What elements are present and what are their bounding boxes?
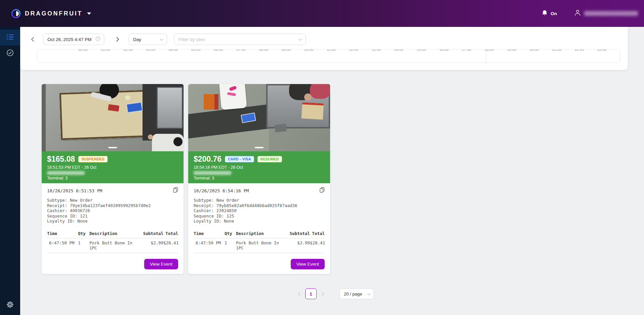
cell-total: $28.41 [310, 240, 325, 250]
clock-icon [95, 36, 100, 43]
timeline-label: 19:00 [507, 49, 516, 52]
timeline-label: 01:00 [101, 49, 110, 52]
user-icon[interactable] [574, 9, 581, 17]
transaction-banner: $165.08 SUSPENDED 18:51:53 PM EDT - 26 O… [42, 151, 184, 183]
chevron-down-icon[interactable] [87, 12, 91, 15]
cell-qty: 1 [225, 240, 236, 250]
detail-cashier: Cashier: 40036726 [47, 208, 178, 213]
payment-badge: CARD - VISA [225, 156, 254, 162]
cell-total: $28.41 [163, 240, 178, 250]
chevron-down-icon [298, 36, 302, 42]
pagination: 1 20 / page [295, 288, 374, 299]
page-size-select[interactable]: 20 / page [339, 288, 374, 299]
top-bar: DRAGONFRUIT On [0, 0, 644, 27]
timeline-label: 09:00 [282, 49, 291, 52]
detail-receipt: Receipt: 79yb85e82a0f6dd48b6ad025f87aad3… [194, 203, 325, 208]
detail-loyalty-id: Loyalty ID: None [194, 219, 325, 224]
cell-time: 6:47:50 PM [194, 240, 225, 250]
filters-and-timeline-panel: Oct 26, 2025 4:47 PM Day 00:0001:0002:00… [20, 27, 628, 70]
sites-filter-input[interactable] [178, 37, 298, 42]
timeline-label: 10:00 [304, 49, 314, 52]
timeline-label: 05:00 [191, 49, 201, 52]
timeline-label: 02:00 [123, 49, 133, 52]
next-page-button[interactable] [319, 288, 327, 299]
timeline-label: 13:00 [371, 49, 381, 52]
check-circle-icon [6, 49, 14, 58]
event-datetime: 10/26/2025 6:54:16 PM [194, 188, 325, 193]
chevron-down-icon [160, 36, 163, 42]
sidebar-item-events[interactable] [0, 30, 20, 45]
cell-subtotal: $2.99 [143, 240, 163, 250]
timeline-label: 17:00 [462, 49, 471, 52]
detail-subtype: Subtype: New Order [194, 198, 325, 203]
col-header-qty: Qty [225, 231, 236, 236]
event-card: $165.08 SUSPENDED 18:51:53 PM EDT - 26 O… [42, 84, 184, 274]
view-event-button[interactable]: View Event [144, 259, 178, 269]
timeline-label: 15:00 [417, 49, 426, 52]
table-row: 6:47:50 PM 1 Pork Butt Bone In 1PC $2.99… [47, 238, 178, 253]
event-timestamp: 18:54:16 PM EDT - 26 Oct [194, 165, 325, 170]
terminal-label: Terminal: 3 [194, 176, 325, 181]
col-header-subtotal: Subtotal [289, 231, 310, 236]
detail-loyalty-id: Loyalty ID: None [47, 219, 178, 224]
event-timestamp: 18:51:53 PM EDT - 26 Oct [47, 165, 178, 170]
notifications-status[interactable]: On [551, 11, 557, 16]
event-video-thumbnail[interactable] [188, 84, 330, 151]
timeline-label: 03:00 [146, 49, 156, 52]
event-datetime: 10/26/2025 6:51:53 PM [47, 188, 178, 193]
detail-cashier: Cashier: 23024850 [194, 208, 325, 213]
redacted-username[interactable] [584, 11, 638, 16]
timeline-label: 12:00 [349, 49, 358, 52]
timeline-strip[interactable]: 00:0001:0002:0003:0004:0005:0006:0007:00… [37, 49, 620, 63]
chevron-down-icon [367, 291, 371, 297]
page-number-button[interactable]: 1 [305, 288, 317, 299]
notification-bell-icon[interactable] [542, 10, 548, 17]
view-event-button[interactable]: View Event [291, 259, 325, 269]
video-scrubber-handle[interactable] [255, 147, 264, 148]
copy-icon[interactable] [173, 187, 178, 194]
timeline-label: 21:00 [552, 49, 562, 52]
range-value: Day [133, 37, 160, 42]
col-header-subtotal: Subtotal [143, 231, 163, 236]
event-video-thumbnail[interactable] [42, 84, 184, 151]
detail-receipt: Receipt: 79ye14ba123faef40209599295b7d0e… [47, 203, 178, 208]
timeline-label: 08:00 [259, 49, 268, 52]
table-row: 6:47:50 PM 1 Pork Butt Bone In 1PC $2.99… [194, 238, 325, 253]
redacted-site-name [47, 171, 85, 175]
date-value: Oct 26, 2025 4:47 PM [47, 37, 95, 42]
sidebar [0, 27, 20, 315]
copy-icon[interactable] [320, 187, 325, 194]
col-header-time: Time [194, 231, 225, 236]
transaction-amount: $200.76 [194, 155, 222, 164]
timeline-label: 22:00 [575, 49, 584, 52]
sites-filter[interactable] [174, 34, 306, 45]
cell-qty: 1 [78, 240, 89, 250]
date-picker[interactable]: Oct 26, 2025 4:47 PM [43, 34, 104, 45]
range-select[interactable]: Day [129, 34, 167, 45]
previous-page-button[interactable] [295, 288, 303, 299]
timeline-label: 00:00 [78, 49, 88, 52]
brand-menu[interactable]: DRAGONFRUIT [11, 9, 91, 18]
cell-time: 6:47:50 PM [47, 240, 78, 250]
cell-description: Pork Butt Bone In 1PC [89, 240, 143, 250]
col-header-description: Description [89, 231, 143, 236]
brand-title: DRAGONFRUIT [25, 10, 83, 17]
items-table: Time Qty Description Subtotal Total 6:47… [47, 231, 178, 253]
status-badge: RESUMED [257, 156, 282, 162]
toolbar: Oct 26, 2025 4:47 PM Day [20, 34, 628, 45]
cell-description: Pork Butt Bone In 1PC [236, 240, 289, 250]
next-period-button[interactable] [114, 34, 121, 45]
detail-sequence-id: Sequence ID: 125 [194, 213, 325, 219]
cell-subtotal: $2.99 [289, 240, 310, 250]
gear-icon [6, 301, 14, 310]
previous-period-button[interactable] [29, 34, 36, 45]
timeline-label: 07:00 [236, 49, 246, 52]
detail-subtype: Subtype: New Order [47, 198, 178, 203]
transaction-amount: $165.08 [47, 155, 75, 164]
sidebar-item-verification[interactable] [0, 45, 20, 61]
transaction-banner: $200.76 CARD - VISA RESUMED 18:54:16 PM … [188, 151, 330, 183]
sidebar-item-settings[interactable] [0, 301, 20, 310]
video-scrubber-handle[interactable] [108, 147, 117, 148]
timeline-label: 04:00 [169, 49, 178, 52]
status-badge: SUSPENDED [78, 156, 108, 162]
